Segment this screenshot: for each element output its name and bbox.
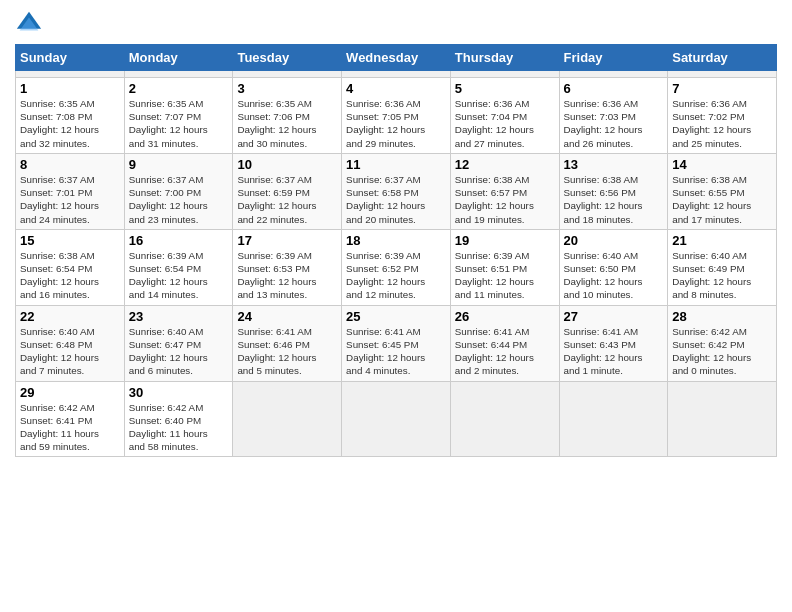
day-number: 30 xyxy=(129,385,229,400)
calendar-day-cell: 15Sunrise: 6:38 AM Sunset: 6:54 PM Dayli… xyxy=(16,229,125,305)
calendar-day-cell: 13Sunrise: 6:38 AM Sunset: 6:56 PM Dayli… xyxy=(559,153,668,229)
day-number: 21 xyxy=(672,233,772,248)
day-number: 8 xyxy=(20,157,120,172)
calendar-day-cell: 26Sunrise: 6:41 AM Sunset: 6:44 PM Dayli… xyxy=(450,305,559,381)
day-info: Sunrise: 6:37 AM Sunset: 6:58 PM Dayligh… xyxy=(346,173,446,226)
logo xyxy=(15,10,47,38)
calendar-day-cell: 4Sunrise: 6:36 AM Sunset: 7:05 PM Daylig… xyxy=(342,78,451,154)
calendar-day-cell: 24Sunrise: 6:41 AM Sunset: 6:46 PM Dayli… xyxy=(233,305,342,381)
day-number: 7 xyxy=(672,81,772,96)
logo-icon xyxy=(15,10,43,38)
calendar-day-cell: 9Sunrise: 6:37 AM Sunset: 7:00 PM Daylig… xyxy=(124,153,233,229)
day-number: 29 xyxy=(20,385,120,400)
calendar-day-cell xyxy=(668,71,777,78)
day-number: 11 xyxy=(346,157,446,172)
calendar-day-cell: 21Sunrise: 6:40 AM Sunset: 6:49 PM Dayli… xyxy=(668,229,777,305)
calendar-day-cell: 22Sunrise: 6:40 AM Sunset: 6:48 PM Dayli… xyxy=(16,305,125,381)
day-number: 25 xyxy=(346,309,446,324)
calendar-day-cell xyxy=(450,71,559,78)
calendar-week-row: 8Sunrise: 6:37 AM Sunset: 7:01 PM Daylig… xyxy=(16,153,777,229)
calendar-day-cell: 1Sunrise: 6:35 AM Sunset: 7:08 PM Daylig… xyxy=(16,78,125,154)
calendar-day-cell: 17Sunrise: 6:39 AM Sunset: 6:53 PM Dayli… xyxy=(233,229,342,305)
calendar-day-cell xyxy=(342,381,451,457)
header xyxy=(15,10,777,38)
day-number: 18 xyxy=(346,233,446,248)
calendar-day-cell xyxy=(16,71,125,78)
day-info: Sunrise: 6:40 AM Sunset: 6:48 PM Dayligh… xyxy=(20,325,120,378)
day-info: Sunrise: 6:37 AM Sunset: 6:59 PM Dayligh… xyxy=(237,173,337,226)
day-info: Sunrise: 6:40 AM Sunset: 6:47 PM Dayligh… xyxy=(129,325,229,378)
calendar-week-row: 1Sunrise: 6:35 AM Sunset: 7:08 PM Daylig… xyxy=(16,78,777,154)
weekday-header-wednesday: Wednesday xyxy=(342,45,451,71)
calendar-day-cell: 7Sunrise: 6:36 AM Sunset: 7:02 PM Daylig… xyxy=(668,78,777,154)
day-info: Sunrise: 6:38 AM Sunset: 6:57 PM Dayligh… xyxy=(455,173,555,226)
day-info: Sunrise: 6:42 AM Sunset: 6:41 PM Dayligh… xyxy=(20,401,120,454)
day-number: 14 xyxy=(672,157,772,172)
calendar-day-cell: 27Sunrise: 6:41 AM Sunset: 6:43 PM Dayli… xyxy=(559,305,668,381)
day-info: Sunrise: 6:36 AM Sunset: 7:02 PM Dayligh… xyxy=(672,97,772,150)
calendar-day-cell: 23Sunrise: 6:40 AM Sunset: 6:47 PM Dayli… xyxy=(124,305,233,381)
calendar-day-cell: 8Sunrise: 6:37 AM Sunset: 7:01 PM Daylig… xyxy=(16,153,125,229)
calendar-day-cell xyxy=(559,381,668,457)
calendar-day-cell: 19Sunrise: 6:39 AM Sunset: 6:51 PM Dayli… xyxy=(450,229,559,305)
calendar-day-cell xyxy=(233,71,342,78)
day-info: Sunrise: 6:41 AM Sunset: 6:45 PM Dayligh… xyxy=(346,325,446,378)
calendar-day-cell xyxy=(124,71,233,78)
calendar-day-cell xyxy=(559,71,668,78)
day-number: 27 xyxy=(564,309,664,324)
calendar-day-cell: 11Sunrise: 6:37 AM Sunset: 6:58 PM Dayli… xyxy=(342,153,451,229)
calendar-day-cell: 5Sunrise: 6:36 AM Sunset: 7:04 PM Daylig… xyxy=(450,78,559,154)
day-number: 19 xyxy=(455,233,555,248)
weekday-header-row: SundayMondayTuesdayWednesdayThursdayFrid… xyxy=(16,45,777,71)
day-number: 15 xyxy=(20,233,120,248)
day-info: Sunrise: 6:36 AM Sunset: 7:04 PM Dayligh… xyxy=(455,97,555,150)
day-info: Sunrise: 6:38 AM Sunset: 6:55 PM Dayligh… xyxy=(672,173,772,226)
calendar-day-cell xyxy=(450,381,559,457)
calendar-week-row: 15Sunrise: 6:38 AM Sunset: 6:54 PM Dayli… xyxy=(16,229,777,305)
day-info: Sunrise: 6:42 AM Sunset: 6:42 PM Dayligh… xyxy=(672,325,772,378)
day-number: 12 xyxy=(455,157,555,172)
calendar-container: SundayMondayTuesdayWednesdayThursdayFrid… xyxy=(0,0,792,467)
day-info: Sunrise: 6:40 AM Sunset: 6:50 PM Dayligh… xyxy=(564,249,664,302)
calendar-day-cell: 25Sunrise: 6:41 AM Sunset: 6:45 PM Dayli… xyxy=(342,305,451,381)
day-info: Sunrise: 6:38 AM Sunset: 6:54 PM Dayligh… xyxy=(20,249,120,302)
day-info: Sunrise: 6:38 AM Sunset: 6:56 PM Dayligh… xyxy=(564,173,664,226)
calendar-day-cell: 28Sunrise: 6:42 AM Sunset: 6:42 PM Dayli… xyxy=(668,305,777,381)
day-info: Sunrise: 6:37 AM Sunset: 7:01 PM Dayligh… xyxy=(20,173,120,226)
day-info: Sunrise: 6:37 AM Sunset: 7:00 PM Dayligh… xyxy=(129,173,229,226)
weekday-header-sunday: Sunday xyxy=(16,45,125,71)
day-info: Sunrise: 6:35 AM Sunset: 7:06 PM Dayligh… xyxy=(237,97,337,150)
day-number: 20 xyxy=(564,233,664,248)
day-number: 4 xyxy=(346,81,446,96)
calendar-day-cell: 14Sunrise: 6:38 AM Sunset: 6:55 PM Dayli… xyxy=(668,153,777,229)
calendar-week-row: 22Sunrise: 6:40 AM Sunset: 6:48 PM Dayli… xyxy=(16,305,777,381)
day-number: 24 xyxy=(237,309,337,324)
day-number: 2 xyxy=(129,81,229,96)
calendar-week-row xyxy=(16,71,777,78)
calendar-day-cell: 30Sunrise: 6:42 AM Sunset: 6:40 PM Dayli… xyxy=(124,381,233,457)
calendar-day-cell: 18Sunrise: 6:39 AM Sunset: 6:52 PM Dayli… xyxy=(342,229,451,305)
day-info: Sunrise: 6:41 AM Sunset: 6:44 PM Dayligh… xyxy=(455,325,555,378)
calendar-day-cell: 20Sunrise: 6:40 AM Sunset: 6:50 PM Dayli… xyxy=(559,229,668,305)
day-info: Sunrise: 6:36 AM Sunset: 7:03 PM Dayligh… xyxy=(564,97,664,150)
calendar-day-cell: 16Sunrise: 6:39 AM Sunset: 6:54 PM Dayli… xyxy=(124,229,233,305)
weekday-header-tuesday: Tuesday xyxy=(233,45,342,71)
calendar-day-cell: 29Sunrise: 6:42 AM Sunset: 6:41 PM Dayli… xyxy=(16,381,125,457)
day-info: Sunrise: 6:36 AM Sunset: 7:05 PM Dayligh… xyxy=(346,97,446,150)
calendar-day-cell: 6Sunrise: 6:36 AM Sunset: 7:03 PM Daylig… xyxy=(559,78,668,154)
day-info: Sunrise: 6:42 AM Sunset: 6:40 PM Dayligh… xyxy=(129,401,229,454)
weekday-header-friday: Friday xyxy=(559,45,668,71)
day-number: 13 xyxy=(564,157,664,172)
calendar-day-cell: 12Sunrise: 6:38 AM Sunset: 6:57 PM Dayli… xyxy=(450,153,559,229)
day-number: 3 xyxy=(237,81,337,96)
day-info: Sunrise: 6:39 AM Sunset: 6:53 PM Dayligh… xyxy=(237,249,337,302)
day-number: 23 xyxy=(129,309,229,324)
day-info: Sunrise: 6:35 AM Sunset: 7:08 PM Dayligh… xyxy=(20,97,120,150)
day-number: 17 xyxy=(237,233,337,248)
day-info: Sunrise: 6:41 AM Sunset: 6:43 PM Dayligh… xyxy=(564,325,664,378)
day-number: 10 xyxy=(237,157,337,172)
calendar-table: SundayMondayTuesdayWednesdayThursdayFrid… xyxy=(15,44,777,457)
calendar-day-cell: 2Sunrise: 6:35 AM Sunset: 7:07 PM Daylig… xyxy=(124,78,233,154)
weekday-header-thursday: Thursday xyxy=(450,45,559,71)
calendar-day-cell: 3Sunrise: 6:35 AM Sunset: 7:06 PM Daylig… xyxy=(233,78,342,154)
